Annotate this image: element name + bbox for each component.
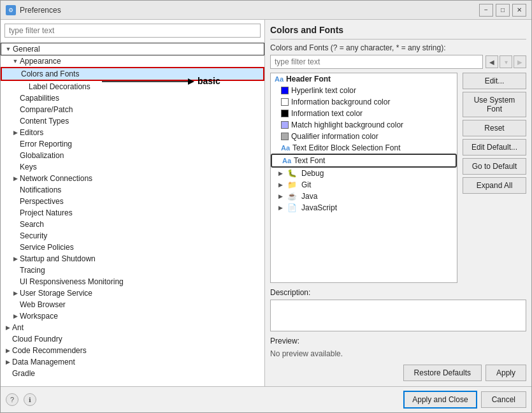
tree-label-security: Security xyxy=(20,231,47,240)
tree-area: ▼ General ▼ Appearance Colors and Fonts … xyxy=(1,41,264,386)
font-item-text-font[interactable]: Aa Text Font xyxy=(271,154,457,168)
panel-filter-row: ◀ ▾ ▶ xyxy=(270,55,526,69)
font-item-hyperlink[interactable]: Hyperlink text color xyxy=(271,85,457,96)
tree-item-workspace[interactable]: ▶ Workspace xyxy=(1,310,264,322)
tree-item-gradle[interactable]: ▶ Gradle xyxy=(1,368,264,379)
tree-label-network-connections: Network Connections xyxy=(20,174,92,183)
font-item-info-bg[interactable]: Information background color xyxy=(271,96,457,108)
content-area: ▼ General ▼ Appearance Colors and Fonts … xyxy=(1,20,531,386)
toggle-general[interactable]: ▼ xyxy=(4,45,13,54)
apply-button[interactable]: Apply xyxy=(485,365,526,381)
nav-back-button[interactable]: ◀ xyxy=(485,55,498,68)
font-item-label-java: Java xyxy=(301,192,317,201)
toggle-ant[interactable]: ▶ xyxy=(3,323,12,332)
close-button[interactable]: ✕ xyxy=(512,4,526,17)
expand-all-button[interactable]: Expand All xyxy=(463,177,526,194)
tree-item-globalization[interactable]: ▶ Globalization xyxy=(1,150,264,161)
title-bar: ⚙ Preferences − □ ✕ xyxy=(1,1,531,20)
aa-icon-header: Aa xyxy=(275,75,284,83)
panel-subtitle: Colors and Fonts (? = any character, * =… xyxy=(270,43,526,52)
tree-item-colors-fonts[interactable]: Colors and Fonts xyxy=(1,67,264,81)
font-item-match-highlight[interactable]: Match highlight background color xyxy=(271,119,457,131)
font-item-text-editor-block[interactable]: Aa Text Editor Block Selection Font xyxy=(271,142,457,154)
window-title: Preferences xyxy=(20,6,479,15)
apply-close-button[interactable]: Apply and Close xyxy=(403,391,477,409)
tree-item-notifications[interactable]: ▶ Notifications xyxy=(1,184,264,196)
info-icon[interactable]: ℹ xyxy=(24,393,36,406)
nav-forward-button[interactable]: ▶ xyxy=(514,55,526,68)
font-item-qualifier-info[interactable]: Qualifier information color xyxy=(271,131,457,142)
tree-item-keys[interactable]: ▶ Keys xyxy=(1,161,264,173)
tree-label-tracing: Tracing xyxy=(20,266,45,275)
cancel-button[interactable]: Cancel xyxy=(481,391,526,408)
toggle-data-management[interactable]: ▶ xyxy=(3,358,12,366)
tree-item-startup-shutdown[interactable]: ▶ Startup and Shutdown xyxy=(1,253,264,264)
restore-defaults-button[interactable]: Restore Defaults xyxy=(403,365,482,381)
toggle-java[interactable]: ▶ xyxy=(276,192,285,201)
toggle-startup-shutdown[interactable]: ▶ xyxy=(11,254,20,263)
tree-item-compare-patch[interactable]: ▶ Compare/Patch xyxy=(1,104,264,115)
tree-item-data-management[interactable]: ▶ Data Management xyxy=(1,356,264,368)
toggle-editors[interactable]: ▶ xyxy=(11,128,20,137)
edit-button[interactable]: Edit... xyxy=(463,73,526,89)
tree-item-service-policies[interactable]: ▶ Service Policies xyxy=(1,242,264,253)
help-icon[interactable]: ? xyxy=(6,393,18,406)
tree-label-user-storage: User Storage Service xyxy=(20,289,92,298)
toggle-network-connections[interactable]: ▶ xyxy=(11,174,20,183)
icon-git: 📁 xyxy=(287,180,297,189)
color-swatch-match-highlight xyxy=(281,121,289,129)
tree-item-cloud-foundry[interactable]: ▶ Cloud Foundry xyxy=(1,333,264,345)
toggle-appearance[interactable]: ▼ xyxy=(11,57,20,66)
use-system-font-button[interactable]: Use System Font xyxy=(463,92,526,117)
toggle-javascript[interactable]: ▶ xyxy=(276,203,285,212)
go-to-default-button[interactable]: Go to Default xyxy=(463,158,526,175)
minimize-button[interactable]: − xyxy=(479,4,493,17)
tree-item-search[interactable]: ▶ Search xyxy=(1,219,264,230)
tree-item-appearance[interactable]: ▼ Appearance xyxy=(1,55,264,67)
toggle-workspace[interactable]: ▶ xyxy=(11,312,20,321)
icon-debug: 🐛 xyxy=(287,169,297,178)
tree-item-web-browser[interactable]: ▶ Web Browser xyxy=(1,299,264,310)
font-item-info-text[interactable]: Information text color xyxy=(271,108,457,119)
toggle-debug[interactable]: ▶ xyxy=(276,169,285,178)
nav-dropdown-button[interactable]: ▾ xyxy=(500,55,512,68)
tree-item-ui-responsiveness[interactable]: ▶ UI Responsiveness Monitoring xyxy=(1,276,264,287)
tree-item-capabilities[interactable]: ▶ Capabilities xyxy=(1,92,264,104)
font-item-git[interactable]: ▶ 📁 Git xyxy=(271,179,457,191)
maximize-button[interactable]: □ xyxy=(496,4,510,17)
tree-item-editors[interactable]: ▶ Editors xyxy=(1,127,264,138)
tree-item-network-connections[interactable]: ▶ Network Connections xyxy=(1,173,264,184)
tree-item-tracing[interactable]: ▶ Tracing xyxy=(1,264,264,276)
edit-default-button[interactable]: Edit Default... xyxy=(463,139,526,156)
tree-item-perspectives[interactable]: ▶ Perspectives xyxy=(1,196,264,207)
tree-label-project-natures: Project Natures xyxy=(20,208,73,217)
font-item-javascript[interactable]: ▶ 📄 JavaScript xyxy=(271,202,457,214)
tree-item-user-storage[interactable]: ▶ User Storage Service xyxy=(1,287,264,299)
right-filter-input[interactable] xyxy=(270,55,483,69)
reset-button[interactable]: Reset xyxy=(463,120,526,136)
font-item-header-font[interactable]: Aa Header Font xyxy=(271,73,457,85)
tree-item-content-types[interactable]: ▶ Content Types xyxy=(1,115,264,127)
toggle-git[interactable]: ▶ xyxy=(276,180,285,189)
tree-label-ant: Ant xyxy=(12,323,24,332)
toggle-user-storage[interactable]: ▶ xyxy=(11,289,20,298)
tree-item-general[interactable]: ▼ General xyxy=(1,43,264,55)
font-item-label-hyperlink: Hyperlink text color xyxy=(291,86,356,95)
font-item-java[interactable]: ▶ ☕ Java xyxy=(271,191,457,202)
tree-label-keys: Keys xyxy=(20,163,37,171)
tree-item-code-recommenders[interactable]: ▶ Code Recommenders xyxy=(1,345,264,356)
tree-item-error-reporting[interactable]: ▶ Error Reporting xyxy=(1,138,264,150)
tree-item-security[interactable]: ▶ Security xyxy=(1,230,264,242)
tree-item-project-natures[interactable]: ▶ Project Natures xyxy=(1,207,264,219)
font-item-debug[interactable]: ▶ 🐛 Debug xyxy=(271,168,457,179)
tree-item-ant[interactable]: ▶ Ant xyxy=(1,322,264,333)
tree-label-appearance: Appearance xyxy=(20,57,61,66)
left-filter-input[interactable] xyxy=(4,24,261,38)
title-bar-controls: − □ ✕ xyxy=(479,4,526,17)
right-panel-apply-row: Restore Defaults Apply xyxy=(270,365,526,381)
toggle-code-recommenders[interactable]: ▶ xyxy=(3,346,12,355)
tree-item-label-decorations[interactable]: ▶ Label Decorations xyxy=(1,81,264,92)
tree-label-colors-fonts: Colors and Fonts xyxy=(21,69,79,78)
description-box xyxy=(270,300,526,331)
tree-label-globalization: Globalization xyxy=(20,151,64,160)
